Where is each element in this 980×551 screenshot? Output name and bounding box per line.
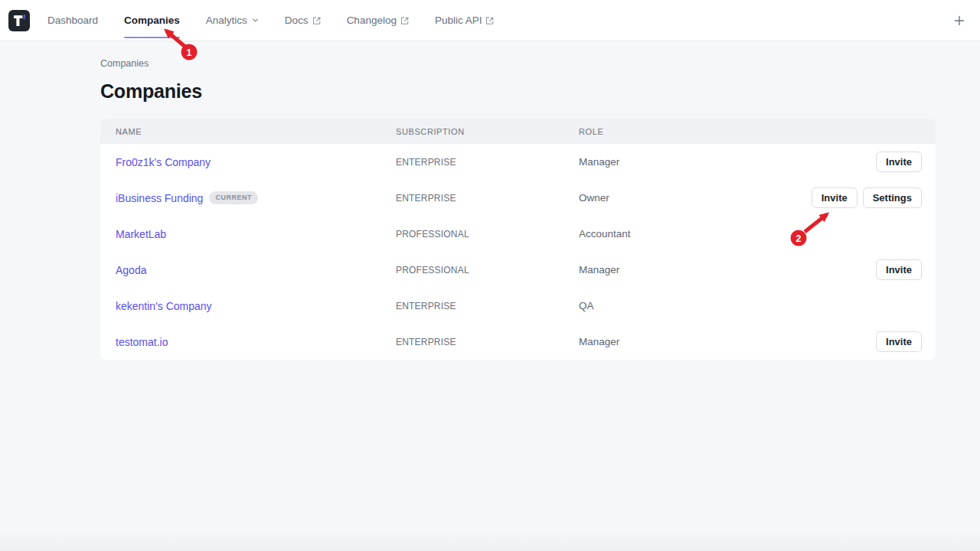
nav-item-dashboard[interactable]: Dashboard <box>34 0 111 41</box>
chevron-down-icon <box>252 17 259 24</box>
company-name-cell: iBusiness Funding CURRENT <box>100 191 396 204</box>
page-content: Companies Companies NAME SUBSCRIPTION RO… <box>0 41 980 360</box>
row-actions: Invite <box>876 259 936 280</box>
companies-table: NAME SUBSCRIPTION ROLE Fro0z1k's Company… <box>100 119 936 360</box>
nav-item-docs[interactable]: Docs <box>272 0 334 41</box>
external-link-icon <box>313 17 321 24</box>
nav-item-analytics[interactable]: Analytics <box>193 0 272 41</box>
subscription-value: PROFESSIONAL <box>396 229 579 240</box>
breadcrumb[interactable]: Companies <box>100 58 980 69</box>
invite-button[interactable]: Invite <box>812 187 858 208</box>
subscription-value: ENTERPRISE <box>396 337 579 347</box>
company-link[interactable]: testomat.io <box>116 336 168 348</box>
nav-item-companies[interactable]: Companies <box>111 0 193 41</box>
nav-item-changelog[interactable]: Changelog <box>334 0 422 41</box>
external-link-icon <box>401 17 409 24</box>
invite-button[interactable]: Invite <box>876 152 922 172</box>
bottom-gradient <box>0 531 980 551</box>
invite-button[interactable]: Invite <box>876 259 922 280</box>
subscription-value: ENTERPRISE <box>396 157 579 168</box>
plus-icon <box>954 15 965 26</box>
nav-item-label: Dashboard <box>47 15 98 26</box>
page-title: Companies <box>100 80 980 103</box>
testomat-logo-icon <box>8 10 30 31</box>
nav-item-label: Analytics <box>206 15 247 26</box>
table-row: iBusiness Funding CURRENT ENTERPRISE Own… <box>100 180 936 216</box>
top-navbar: Dashboard Companies Analytics Docs Chang… <box>0 0 980 41</box>
nav-item-label: Docs <box>285 15 309 26</box>
company-link[interactable]: iBusiness Funding <box>116 192 203 204</box>
company-name-cell: kekentin's Company <box>100 300 396 312</box>
subscription-value: ENTERPRISE <box>396 193 579 204</box>
column-header-subscription: SUBSCRIPTION <box>396 127 579 136</box>
add-button[interactable] <box>949 11 969 31</box>
column-header-role: ROLE <box>579 127 936 136</box>
role-value: QA <box>579 300 922 311</box>
company-name-cell: Fro0z1k's Company <box>100 156 396 168</box>
company-name-cell: testomat.io <box>100 336 396 348</box>
nav-items: Dashboard Companies Analytics Docs Chang… <box>34 0 507 41</box>
company-link[interactable]: MarketLab <box>116 228 166 240</box>
company-name-cell: Agoda <box>100 264 396 276</box>
row-actions: Invite <box>876 331 936 352</box>
subscription-value: PROFESSIONAL <box>396 265 579 276</box>
table-header-row: NAME SUBSCRIPTION ROLE <box>100 119 936 144</box>
table-body: Fro0z1k's Company ENTERPRISE Manager Inv… <box>100 144 936 360</box>
company-link[interactable]: Fro0z1k's Company <box>116 156 211 168</box>
subscription-value: ENTERPRISE <box>396 301 579 311</box>
settings-button[interactable]: Settings <box>863 187 922 208</box>
role-value: Manager <box>579 264 876 276</box>
nav-item-label: Changelog <box>347 15 397 26</box>
nav-item-public-api[interactable]: Public API <box>422 0 508 41</box>
column-header-name: NAME <box>100 127 396 136</box>
table-row: testomat.io ENTERPRISE Manager Invite <box>100 324 936 360</box>
company-name-cell: MarketLab <box>100 228 396 240</box>
current-badge: CURRENT <box>209 191 258 204</box>
company-link[interactable]: kekentin's Company <box>116 300 212 312</box>
row-actions: Invite <box>876 152 936 172</box>
table-row: MarketLab PROFESSIONAL Accountant <box>100 216 936 252</box>
external-link-icon <box>486 17 494 24</box>
app-logo[interactable] <box>8 10 30 31</box>
nav-item-label: Companies <box>124 15 180 26</box>
nav-item-label: Public API <box>435 15 482 26</box>
role-value: Owner <box>579 192 812 204</box>
role-value: Accountant <box>579 228 922 240</box>
invite-button[interactable]: Invite <box>876 331 922 352</box>
table-row: Agoda PROFESSIONAL Manager Invite <box>100 252 936 288</box>
company-link[interactable]: Agoda <box>116 264 146 276</box>
role-value: Manager <box>579 156 876 168</box>
row-actions: InviteSettings <box>812 187 936 208</box>
role-value: Manager <box>579 336 876 347</box>
table-row: Fro0z1k's Company ENTERPRISE Manager Inv… <box>100 144 936 180</box>
table-row: kekentin's Company ENTERPRISE QA <box>100 288 936 324</box>
